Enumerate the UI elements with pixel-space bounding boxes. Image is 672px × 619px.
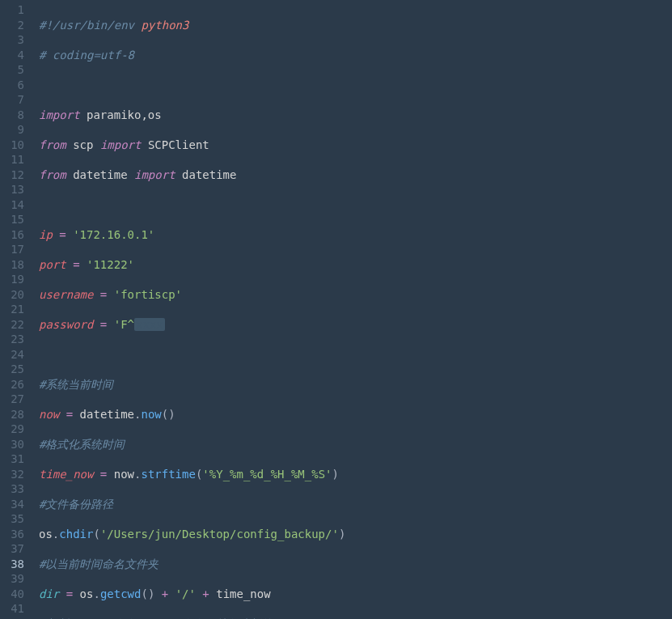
code-line[interactable] — [39, 78, 672, 93]
code-line[interactable]: password = 'F^xxxx — [39, 317, 672, 333]
line-number: 39 — [0, 571, 24, 587]
code-editor[interactable]: 1 2 3 4 5 6 7 8 9 10 11 12 13 14 15 16 1… — [0, 0, 672, 619]
line-number: 33 — [0, 481, 24, 497]
line-number: 11 — [0, 152, 24, 167]
code-line[interactable]: from scp import SCPClient — [39, 138, 672, 153]
line-number: 8 — [0, 108, 24, 123]
line-number: 4 — [0, 48, 24, 63]
code-line[interactable]: #系统当前时间 — [39, 377, 672, 392]
code-area[interactable]: #!/usr/bin/env python3 # coding=utf-8 im… — [32, 0, 672, 619]
line-number: 17 — [0, 242, 24, 257]
line-number: 29 — [0, 422, 24, 437]
code-line[interactable]: #以当前时间命名文件夹 — [39, 557, 672, 572]
code-line[interactable]: # coding=utf-8 — [39, 48, 672, 63]
line-number: 20 — [0, 287, 24, 303]
line-number: 41 — [0, 601, 24, 617]
line-number: 3 — [0, 32, 24, 48]
line-number: 27 — [0, 392, 24, 407]
line-number-gutter: 1 2 3 4 5 6 7 8 9 10 11 12 13 14 15 16 1… — [0, 0, 32, 619]
code-line[interactable]: ip = '172.16.0.1' — [39, 227, 672, 243]
line-number: 12 — [0, 167, 24, 183]
redacted-password: xxxx — [134, 318, 165, 331]
line-number: 9 — [0, 122, 24, 138]
line-number: 22 — [0, 317, 24, 333]
line-number: 6 — [0, 78, 24, 93]
line-number: 23 — [0, 332, 24, 347]
line-number: 32 — [0, 467, 24, 482]
code-line[interactable]: username = 'fortiscp' — [39, 287, 672, 303]
code-line[interactable]: #格式化系统时间 — [39, 437, 672, 452]
code-line[interactable] — [39, 197, 672, 213]
code-line[interactable]: #!/usr/bin/env python3 — [39, 18, 672, 33]
line-number: 35 — [0, 511, 24, 527]
line-number: 24 — [0, 347, 24, 362]
code-line[interactable]: from datetime import datetime — [39, 167, 672, 183]
code-line[interactable]: time_now = now.strftime('%Y_%m_%d_%H_%M_… — [39, 467, 672, 482]
line-number: 34 — [0, 497, 24, 512]
line-number: 16 — [0, 227, 24, 243]
line-number: 36 — [0, 527, 24, 542]
line-number: 13 — [0, 182, 24, 197]
line-number: 25 — [0, 362, 24, 377]
line-number: 21 — [0, 302, 24, 317]
code-line[interactable]: #判断目录是否存在，如果不存在，就创建新的目录 — [39, 617, 672, 620]
line-number: 18 — [0, 257, 24, 273]
code-line[interactable]: import paramiko,os — [39, 108, 672, 123]
line-number: 10 — [0, 138, 24, 153]
line-number: 19 — [0, 272, 24, 287]
line-number: 5 — [0, 62, 24, 78]
line-number: 37 — [0, 541, 24, 557]
line-number-current: 38 — [0, 557, 24, 572]
line-number: 14 — [0, 197, 24, 213]
line-number: 30 — [0, 437, 24, 452]
code-line[interactable]: now = datetime.now() — [39, 407, 672, 422]
line-number: 40 — [0, 587, 24, 602]
line-number: 31 — [0, 452, 24, 467]
code-line[interactable]: os.chdir('/Users/jun/Desktop/config_back… — [39, 527, 672, 542]
line-number: 7 — [0, 92, 24, 108]
code-line[interactable]: port = '11222' — [39, 257, 672, 273]
code-line[interactable]: dir = os.getcwd() + '/' + time_now — [39, 587, 672, 602]
line-number: 15 — [0, 212, 24, 227]
line-number: 2 — [0, 18, 24, 33]
code-line[interactable] — [39, 347, 672, 362]
line-number: 28 — [0, 407, 24, 422]
code-line[interactable]: #文件备份路径 — [39, 497, 672, 512]
line-number: 26 — [0, 377, 24, 392]
line-number: 1 — [0, 2, 24, 18]
